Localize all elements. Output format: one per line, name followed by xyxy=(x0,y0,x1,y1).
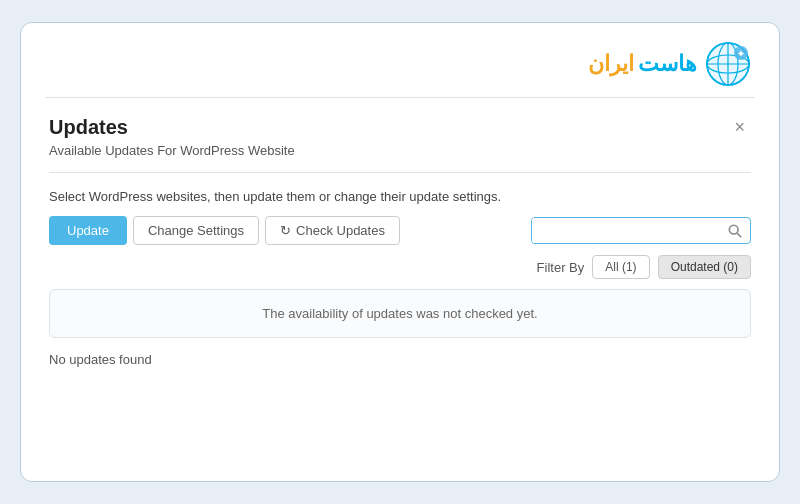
modal-header: Updates × xyxy=(49,116,751,139)
change-settings-button[interactable]: Change Settings xyxy=(133,216,259,245)
modal-card: ایران هاست ✦ Updates × Available Updates… xyxy=(20,22,780,482)
modal-title: Updates xyxy=(49,116,128,139)
filter-label: Filter By xyxy=(537,260,585,275)
update-button[interactable]: Update xyxy=(49,216,127,245)
logo-part2: هاست xyxy=(638,51,697,77)
search-icon xyxy=(728,224,742,238)
logo-part1: ایران xyxy=(588,51,634,77)
no-updates-text: No updates found xyxy=(49,352,751,367)
filter-outdated-button[interactable]: Outdated (0) xyxy=(658,255,751,279)
check-updates-button[interactable]: ↻ Check Updates xyxy=(265,216,400,245)
refresh-icon: ↻ xyxy=(280,223,291,238)
search-button[interactable] xyxy=(720,219,750,243)
notice-box: The availability of updates was not chec… xyxy=(49,289,751,338)
toolbar: Update Change Settings ↻ Check Updates xyxy=(49,216,751,245)
logo-area: ایران هاست ✦ xyxy=(21,23,779,97)
modal-content: Updates × Available Updates For WordPres… xyxy=(21,98,779,395)
filter-row: Filter By All (1) Outdated (0) xyxy=(49,255,751,279)
notice-text: The availability of updates was not chec… xyxy=(262,306,537,321)
svg-line-9 xyxy=(737,233,741,237)
modal-subtitle: Available Updates For WordPress Website xyxy=(49,143,751,158)
svg-text:✦: ✦ xyxy=(737,49,745,59)
subtitle-divider xyxy=(49,172,751,173)
close-button[interactable]: × xyxy=(728,116,751,138)
globe-icon: ✦ xyxy=(705,41,751,87)
instruction-text: Select WordPress websites, then update t… xyxy=(49,189,751,204)
search-input[interactable] xyxy=(532,218,720,243)
search-box xyxy=(531,217,751,244)
action-buttons: Update Change Settings ↻ Check Updates xyxy=(49,216,400,245)
filter-all-button[interactable]: All (1) xyxy=(592,255,649,279)
logo-text: ایران هاست xyxy=(588,51,697,77)
